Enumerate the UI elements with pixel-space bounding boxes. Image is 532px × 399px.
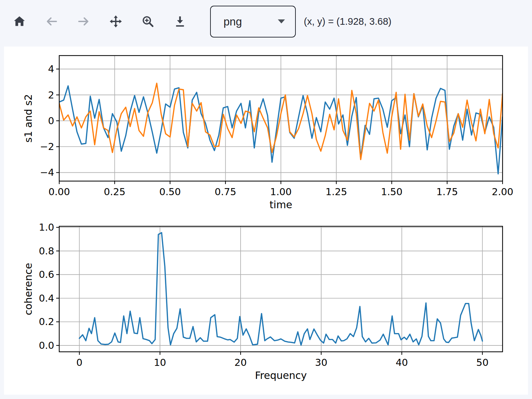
download-button[interactable] (173, 14, 187, 29)
move-icon (109, 15, 122, 28)
home-button[interactable] (13, 14, 26, 29)
matplotlib-figure[interactable]: 0.000.250.500.751.001.251.501.752.00−4−2… (4, 47, 528, 395)
ytick-label: 0.8 (39, 245, 54, 257)
back-button[interactable] (45, 14, 58, 29)
ytick-label: 0.2 (39, 316, 54, 327)
xtick-label: 1.25 (326, 186, 347, 197)
xtick-label: 40 (395, 357, 408, 368)
y-axis-label: s1 and s2 (22, 94, 34, 143)
zoom-button[interactable] (141, 14, 155, 29)
xtick-label: 1.50 (381, 186, 403, 197)
x-axis-label: time (270, 199, 292, 211)
figure-toolbar: png (x, y) = (1.928, 3.68) (0, 0, 532, 43)
series-coherence (79, 233, 482, 345)
arrow-left-icon (45, 15, 58, 28)
chevron-down-icon (278, 19, 285, 23)
ytick-label: 0.6 (39, 269, 54, 280)
home-icon (13, 15, 26, 28)
arrow-right-icon (77, 15, 90, 28)
xtick-label: 20 (235, 357, 247, 368)
xtick-label: 50 (476, 357, 489, 368)
forward-button[interactable] (77, 14, 90, 29)
download-icon (174, 15, 186, 28)
xtick-label: 0.50 (159, 186, 181, 197)
ytick-label: 0 (48, 115, 54, 127)
y-axis-label: coherence (22, 263, 34, 315)
xtick-label: 1.00 (270, 186, 292, 197)
axes-0: 0.000.250.500.751.001.251.501.752.00−4−2… (22, 56, 513, 211)
xtick-label: 0.25 (104, 186, 125, 197)
xtick-label: 0 (76, 357, 82, 368)
xtick-label: 30 (315, 357, 328, 368)
axes-1: 010203040500.00.20.40.60.81.0Frequencyco… (22, 222, 503, 381)
cursor-readout: (x, y) = (1.928, 3.68) (304, 16, 391, 27)
ytick-label: 0.4 (39, 293, 54, 304)
ytick-label: −2 (40, 141, 54, 152)
format-select[interactable]: png (210, 6, 296, 37)
zoom-in-icon (142, 15, 154, 28)
pan-button[interactable] (109, 14, 122, 29)
ytick-label: 4 (48, 63, 54, 75)
format-select-value: png (224, 16, 278, 27)
x-axis-label: Frequency (255, 370, 307, 381)
axes-frame (59, 226, 503, 352)
xtick-label: 2.00 (492, 186, 514, 197)
ytick-label: 0.0 (39, 340, 54, 351)
xtick-label: 0.75 (215, 186, 237, 197)
xtick-label: 0.00 (49, 186, 70, 197)
xtick-label: 1.75 (436, 186, 458, 197)
ytick-label: 2 (48, 89, 54, 101)
ytick-label: 1.0 (39, 222, 54, 233)
charts-svg: 0.000.250.500.751.001.251.501.752.00−4−2… (4, 47, 528, 395)
xtick-label: 10 (154, 357, 166, 368)
ytick-label: −4 (40, 167, 54, 178)
